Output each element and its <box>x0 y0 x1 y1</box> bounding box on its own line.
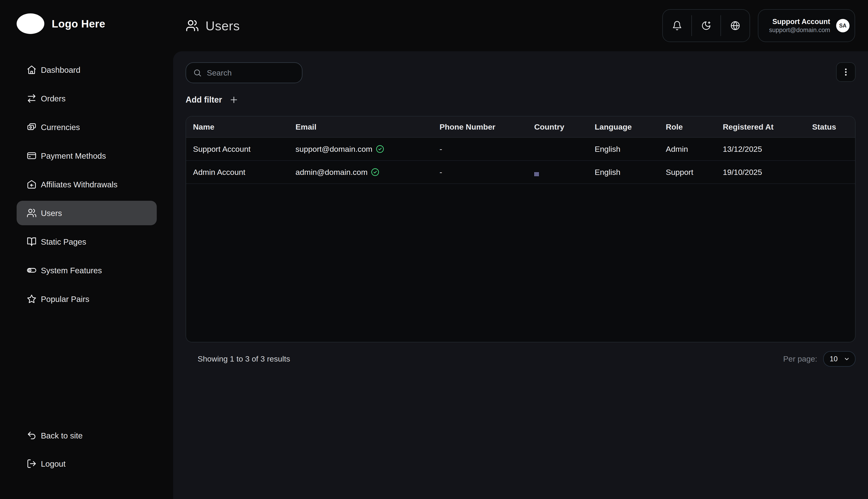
cell-language: English <box>595 168 666 177</box>
admin-users-page: Logo Here Dashboard Orders Currencies Pa… <box>0 0 868 499</box>
sidebar-item-static-pages[interactable]: Static Pages <box>17 229 157 254</box>
sidebar: Logo Here Dashboard Orders Currencies Pa… <box>0 0 173 499</box>
theme-toggle-button[interactable] <box>692 10 720 41</box>
cell-phone: - <box>440 168 534 177</box>
add-filter-label: Add filter <box>186 95 222 105</box>
notifications-button[interactable] <box>663 10 691 41</box>
per-page-control: Per page: 10 <box>783 351 856 367</box>
bell-icon <box>672 21 682 31</box>
sidebar-item-label: Payment Methods <box>41 152 106 160</box>
users-table-card: NameEmailPhone NumberCountryLanguageRole… <box>186 116 856 342</box>
sidebar-item-label: Popular Pairs <box>41 295 89 303</box>
table-row[interactable]: Admin Account admin@domain.com - English… <box>186 161 855 184</box>
sidebar-item-label: Static Pages <box>41 238 86 246</box>
header-icon-panel <box>662 9 750 42</box>
account-text: Support Account support@domain.com <box>769 17 830 34</box>
sidebar-item-currencies[interactable]: Currencies <box>17 115 157 139</box>
sidebar-item-label: Logout <box>41 460 65 468</box>
column-header-status: Status <box>812 122 855 132</box>
book-icon <box>27 236 37 247</box>
logo-text: Logo Here <box>52 17 105 30</box>
cell-registered-at: 19/10/2025 <box>723 168 812 177</box>
table-row[interactable]: Support Account support@domain.com - Eng… <box>186 138 855 161</box>
brand: Logo Here <box>0 0 173 34</box>
table-options-button[interactable] <box>836 62 856 82</box>
sidebar-item-label: System Features <box>41 266 102 275</box>
cell-language: English <box>595 145 666 154</box>
globe-icon <box>730 21 740 31</box>
sidebar-item-users[interactable]: Users <box>17 201 157 225</box>
sidebar-item-label: Users <box>41 209 62 217</box>
moon-star-icon <box>701 21 711 31</box>
cell-name: Admin Account <box>193 168 295 177</box>
sidebar-item-back-to-site[interactable]: Back to site <box>17 423 157 448</box>
card-icon <box>27 150 37 161</box>
sidebar-item-dashboard[interactable]: Dashboard <box>17 58 157 82</box>
chevron-down-icon <box>844 356 850 362</box>
users-icon <box>27 208 37 218</box>
undo-icon <box>27 430 37 440</box>
sidebar-item-affiliates-withdrawals[interactable]: Affiliates Withdrawals <box>17 172 157 197</box>
more-vertical-icon <box>841 67 851 77</box>
cell-phone: - <box>440 145 534 154</box>
table-footer: Showing 1 to 3 of 3 results Per page: 10 <box>186 351 856 367</box>
cell-email: support@domain.com <box>295 145 440 154</box>
column-header-country: Country <box>534 122 595 132</box>
cell-role: Support <box>666 168 723 177</box>
account-menu[interactable]: Support Account support@domain.com SA <box>758 9 855 42</box>
column-header-phone-number: Phone Number <box>440 122 534 132</box>
sidebar-footer-nav: Back to site Logout <box>0 423 173 476</box>
cell-name: Support Account <box>193 145 295 154</box>
sidebar-nav: Dashboard Orders Currencies Payment Meth… <box>0 58 173 311</box>
main-content: Add filter NameEmailPhone NumberCountryL… <box>173 51 868 499</box>
column-header-name: Name <box>193 122 295 132</box>
account-name: Support Account <box>769 17 830 26</box>
sidebar-item-logout[interactable]: Logout <box>17 451 157 476</box>
top-header: Users Support Account support@domai <box>173 0 868 51</box>
avatar: SA <box>836 19 850 32</box>
plus-icon <box>229 95 239 105</box>
sidebar-item-popular-pairs[interactable]: Popular Pairs <box>17 287 157 311</box>
cell-registered-at: 13/12/2025 <box>723 145 812 154</box>
sidebar-item-label: Orders <box>41 95 65 102</box>
table-body: Support Account support@domain.com - Eng… <box>186 138 855 184</box>
results-summary: Showing 1 to 3 of 3 results <box>198 354 290 363</box>
users-icon <box>186 19 199 32</box>
page-title-text: Users <box>205 18 240 33</box>
sidebar-item-label: Back to site <box>41 431 83 440</box>
column-header-email: Email <box>295 122 440 132</box>
star-icon <box>27 294 37 304</box>
sidebar-item-label: Currencies <box>41 123 80 131</box>
logout-icon <box>27 459 37 469</box>
search-input[interactable] <box>207 69 309 77</box>
email-verified-icon <box>376 145 385 154</box>
table-header-row: NameEmailPhone NumberCountryLanguageRole… <box>186 117 855 138</box>
logo-mark <box>17 13 44 34</box>
cell-role: Admin <box>666 145 723 154</box>
arrows-icon <box>27 93 37 104</box>
per-page-label: Per page: <box>783 354 817 363</box>
cell-email: admin@domain.com <box>295 168 440 177</box>
column-header-registered-at: Registered At <box>723 122 812 132</box>
currencies-icon <box>27 122 37 132</box>
column-header-language: Language <box>595 122 666 132</box>
header-actions: Support Account support@domain.com SA <box>662 9 855 42</box>
toolbar <box>186 62 856 83</box>
sidebar-item-payment-methods[interactable]: Payment Methods <box>17 144 157 168</box>
sidebar-item-label: Dashboard <box>41 66 80 74</box>
email-verified-icon <box>371 168 379 177</box>
toggle-icon <box>27 265 37 275</box>
per-page-select[interactable]: 10 <box>823 351 856 367</box>
language-button[interactable] <box>721 10 750 41</box>
home-icon <box>27 65 37 75</box>
column-header-role: Role <box>666 122 723 132</box>
account-email: support@domain.com <box>769 26 830 34</box>
search-icon <box>193 69 202 77</box>
sidebar-item-system-features[interactable]: System Features <box>17 258 157 282</box>
per-page-value: 10 <box>830 355 838 363</box>
search-box <box>186 62 302 83</box>
sidebar-item-orders[interactable]: Orders <box>17 86 157 111</box>
sidebar-item-label: Affiliates Withdrawals <box>41 180 117 188</box>
house-arrow-icon <box>27 179 37 190</box>
add-filter-button[interactable]: Add filter <box>186 94 856 105</box>
